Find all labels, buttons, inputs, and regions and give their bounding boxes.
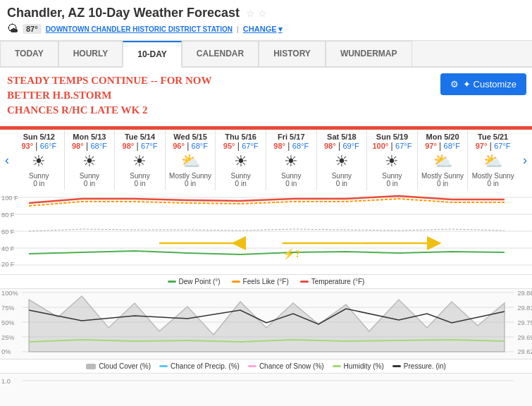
legend-pressure: Pressure. (in)	[392, 362, 446, 370]
svg-text:0%: 0%	[1, 348, 11, 355]
svg-text:29.69: 29.69	[517, 334, 532, 341]
chart1-legend: Dew Point (°) Feels Like (°F) Temperatur…	[0, 275, 532, 289]
location-bar: 🌤 87° DOWNTOWN CHANDLER HISTORIC DISTRIC…	[7, 20, 525, 37]
temperature-color	[300, 281, 309, 283]
svg-text:50%: 50%	[1, 319, 14, 326]
svg-marker-24	[29, 296, 505, 352]
temp-chart-svg: 100 F 80 F 60 F 40 F 20 F ⚡?	[0, 190, 532, 275]
legend-precip-chance: Chance of Precip. (%)	[159, 362, 240, 370]
legend-snow-chance: Chance of Snow (%)	[248, 362, 324, 370]
svg-text:60 F: 60 F	[1, 228, 15, 235]
tab-10day[interactable]: 10-DAY	[123, 41, 182, 68]
day-col-2[interactable]: Tue 5/14 98° | 67°F ☀ Sunny 0 in	[115, 130, 166, 190]
pressure-color	[392, 365, 401, 367]
svg-text:100%: 100%	[1, 290, 18, 297]
svg-text:29.81: 29.81	[517, 304, 532, 312]
temperature-chart: 100 F 80 F 60 F 40 F 20 F ⚡?	[0, 190, 532, 275]
current-temp: 87°	[23, 24, 42, 34]
legend-cloudcover: Cloud Cover (%)	[86, 362, 151, 370]
tabs-bar: TODAY HOURLY 10-DAY CALENDAR HISTORY WUN…	[0, 41, 532, 68]
svg-text:25%: 25%	[1, 334, 14, 341]
chevron-down-icon: ▾	[278, 25, 283, 34]
separator: |	[237, 25, 239, 33]
svg-text:29.75: 29.75	[517, 319, 532, 326]
star-icons: ☆ ☆	[246, 8, 267, 19]
chart2-legend: Cloud Cover (%) Chance of Precip. (%) Ch…	[0, 359, 532, 374]
tab-hourly[interactable]: HOURLY	[58, 41, 123, 66]
svg-text:20 F: 20 F	[1, 261, 15, 268]
annotation-banner: STEADY TEMPS CONTINUE -- FOR NOW BETTER …	[0, 68, 532, 128]
tab-today[interactable]: TODAY	[0, 41, 58, 66]
precip-chance-color	[159, 365, 168, 367]
page-title: Chandler, AZ 10-Day Weather Forecast	[7, 6, 240, 20]
day-col-4[interactable]: Thu 5/16 95° | 67°F ☀ Sunny 0 in	[216, 130, 266, 190]
legend-temperature: Temperature (°F)	[300, 278, 365, 285]
cloud-chart: 100% 75% 50% 25% 0% 29.88 29.81 29.75 29…	[0, 289, 532, 359]
station-link[interactable]: DOWNTOWN CHANDLER HISTORIC DISTRICT STAT…	[46, 25, 233, 33]
svg-text:29.88: 29.88	[517, 290, 532, 297]
tab-history[interactable]: HISTORY	[259, 41, 326, 66]
day-col-5[interactable]: Fri 5/17 98° | 68°F ☀ Sunny 0 in	[266, 130, 317, 190]
gear-icon: ⚙	[450, 79, 459, 90]
snow-chance-color	[248, 365, 256, 367]
legend-dewpoint: Dew Point (°)	[168, 278, 221, 285]
cloud-chart-svg: 100% 75% 50% 25% 0% 29.88 29.81 29.75 29…	[0, 289, 532, 359]
precip-chart-svg: 1.0 0.5 0.0	[0, 374, 532, 406]
weather-small-icon: 🌤	[7, 23, 18, 35]
tab-calendar[interactable]: CALENDAR	[182, 41, 259, 66]
day-col-3[interactable]: Wed 5/15 96° | 68°F ⛅ Mostly Sunny 0 in	[166, 130, 216, 190]
svg-text:80 F: 80 F	[1, 211, 15, 219]
svg-text:75%: 75%	[1, 304, 14, 312]
days-container: ‹ Sun 5/12 93° | 66°F ☀ Sunny 0 in Mon 5…	[0, 130, 532, 190]
feelslike-color	[232, 281, 240, 283]
day-col-8[interactable]: Mon 5/20 97° | 68°F ⛅ Mostly Sunny 0 in	[418, 130, 469, 190]
legend-feelslike: Feels Like (°F)	[232, 278, 289, 285]
precip-chart: 1.0 0.5 0.0	[0, 374, 532, 406]
svg-text:29.62: 29.62	[517, 348, 532, 355]
day-col-1[interactable]: Mon 5/13 98° | 68°F ☀ Sunny 0 in	[65, 130, 116, 190]
prev-arrow[interactable]: ‹	[0, 130, 14, 190]
next-arrow[interactable]: ›	[518, 130, 532, 190]
tab-wundermap[interactable]: WUNDERMAP	[326, 41, 412, 66]
day-col-7[interactable]: Sun 5/19 100° | 67°F ☀ Sunny 0 in	[367, 130, 418, 190]
day-col-9[interactable]: Tue 5/21 97° | 67°F ⛅ Mostly Sunny 0 in	[468, 130, 518, 190]
days-grid: Sun 5/12 93° | 66°F ☀ Sunny 0 in Mon 5/1…	[14, 130, 518, 190]
svg-text:40 F: 40 F	[1, 245, 15, 252]
cloudcover-color	[86, 364, 96, 369]
svg-text:100 F: 100 F	[1, 195, 18, 202]
customize-button[interactable]: ⚙ ✦ Customize	[440, 73, 526, 95]
day-col-0[interactable]: Sun 5/12 93° | 66°F ☀ Sunny 0 in	[14, 130, 65, 190]
svg-text:1.0: 1.0	[1, 378, 11, 385]
svg-text:⚡?: ⚡?	[283, 247, 300, 260]
change-link[interactable]: CHANGE ▾	[243, 25, 283, 34]
humidity-color	[333, 365, 341, 367]
page-header: Chandler, AZ 10-Day Weather Forecast ☆ ☆…	[0, 0, 532, 41]
legend-humidity: Humidity (%)	[333, 362, 384, 370]
dewpoint-color	[168, 281, 176, 283]
day-col-6[interactable]: Sat 5/18 98° | 69°F ☀ Sunny 0 in	[317, 130, 368, 190]
